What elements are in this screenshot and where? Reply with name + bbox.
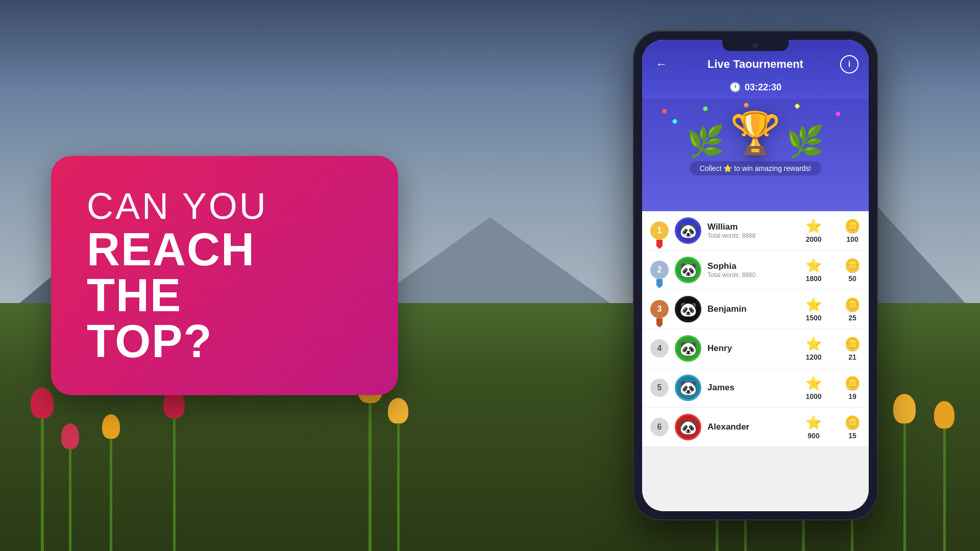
score-stars-1: ⭐ 2000	[805, 218, 822, 243]
score-stars-2: ⭐ 1800	[805, 258, 822, 283]
leaderboard-row-4: 4 🐼 Henry ⭐ 1200 🪙 21	[642, 329, 869, 368]
score-stars-6: ⭐ 900	[805, 415, 822, 440]
player-info-6: Alexander	[707, 422, 799, 432]
star-value-5: 1000	[805, 392, 821, 400]
avatar-4: 🐼	[675, 335, 701, 362]
coins-value-1: 100	[846, 235, 858, 243]
rank-badge-3: 3	[650, 300, 669, 318]
star-icon-3: ⭐	[805, 297, 822, 313]
rank-number-4: 4	[657, 344, 662, 353]
trophy-container: 🌿 🏆 🌿	[687, 109, 824, 157]
score-stars-3: ⭐ 1500	[805, 297, 822, 322]
phone-mockup: ← Live Taournement i 🕐 03:22:30	[633, 31, 878, 520]
leaderboard-row-3: 3 🐼 Benjamin ⭐ 1500 🪙 25	[642, 290, 869, 329]
rank-badge-5: 5	[650, 379, 669, 397]
back-button[interactable]: ←	[652, 55, 671, 73]
clock-icon: 🕐	[729, 82, 741, 93]
player-name-6: Alexander	[707, 422, 799, 432]
leaderboard: 1 🐼 William Total words: 8888 ⭐ 2000 🪙	[642, 211, 869, 511]
rank-number-2: 2	[657, 265, 662, 274]
confetti	[794, 103, 800, 109]
collect-text: Collect ⭐ to win amazing rewards!	[700, 164, 812, 172]
star-value-4: 1200	[805, 353, 821, 361]
header-nav: ← Live Taournement i	[652, 55, 859, 73]
promo-line1: CAN YOU	[87, 186, 362, 227]
rank-number-1: 1	[657, 226, 662, 235]
leaderboard-row-2: 2 🐼 Sophia Total words: 8880 ⭐ 1800 🪙	[642, 251, 869, 290]
rank-badge-2: 2	[650, 261, 669, 279]
player-words-2: Total words: 8880	[707, 271, 799, 279]
player-info-3: Benjamin	[707, 304, 799, 314]
rank-badge-1: 1	[650, 221, 669, 240]
confetti	[744, 103, 749, 108]
promo-line2: REACH THE	[87, 227, 362, 319]
player-name-1: William	[707, 222, 799, 232]
score-stars-4: ⭐ 1200	[805, 336, 822, 361]
star-icon-4: ⭐	[805, 336, 822, 352]
player-info-1: William Total words: 8888	[707, 222, 799, 239]
score-stars-5: ⭐ 1000	[805, 375, 822, 400]
coins-value-4: 21	[848, 353, 856, 361]
leaderboard-row-5: 5 🐼 James ⭐ 1000 🪙 19	[642, 368, 869, 408]
player-info-2: Sophia Total words: 8880	[707, 261, 799, 279]
avatar-2: 🐼	[675, 257, 701, 283]
rank-number-6: 6	[657, 422, 662, 432]
leaderboard-row-1: 1 🐼 William Total words: 8888 ⭐ 2000 🪙	[642, 211, 869, 251]
star-value-6: 900	[807, 432, 819, 440]
laurel-left-icon: 🌿	[687, 127, 725, 157]
phone-notch	[722, 40, 789, 51]
coins-icon-5: 🪙	[844, 375, 861, 391]
coins-icon-6: 🪙	[844, 415, 861, 431]
confetti	[662, 109, 668, 114]
phone-screen: ← Live Taournement i 🕐 03:22:30	[642, 40, 869, 511]
coins-value-3: 25	[848, 314, 856, 322]
star-value-3: 1500	[805, 314, 821, 322]
coins-5: 🪙 19	[844, 375, 861, 400]
coins-1: 🪙 100	[844, 218, 861, 243]
player-words-1: Total words: 8888	[707, 232, 799, 239]
star-value-1: 2000	[805, 235, 821, 243]
promo-banner: CAN YOU REACH THE TOP?	[51, 156, 398, 395]
star-icon-5: ⭐	[805, 375, 822, 391]
player-name-4: Henry	[707, 343, 799, 354]
star-icon-2: ⭐	[805, 258, 822, 273]
camera-dot	[753, 43, 758, 48]
confetti	[836, 111, 841, 116]
coins-value-5: 19	[848, 392, 856, 400]
player-name-2: Sophia	[707, 261, 799, 271]
collect-banner: Collect ⭐ to win amazing rewards!	[690, 161, 822, 176]
coins-value-6: 15	[848, 432, 856, 440]
star-icon-6: ⭐	[805, 415, 822, 431]
timer-bar: 🕐 03:22:30	[652, 78, 859, 99]
coins-value-2: 50	[848, 274, 856, 283]
rank-number-5: 5	[657, 383, 662, 392]
star-value-2: 1800	[805, 274, 821, 283]
laurel-right-icon: 🌿	[786, 127, 824, 157]
leaderboard-row-6: 6 🐼 Alexander ⭐ 900 🪙 15	[642, 408, 869, 447]
rank-number-3: 3	[657, 305, 662, 314]
confetti	[672, 118, 677, 124]
coins-icon-4: 🪙	[844, 336, 861, 352]
coins-icon-1: 🪙	[844, 218, 861, 234]
rank-badge-6: 6	[650, 418, 669, 436]
coins-2: 🪙 50	[844, 258, 861, 283]
coins-6: 🪙 15	[844, 415, 861, 440]
info-button[interactable]: i	[840, 55, 859, 73]
player-info-5: James	[707, 383, 799, 393]
promo-line3: TOP?	[87, 319, 362, 365]
coins-icon-3: 🪙	[844, 297, 861, 313]
rank-badge-4: 4	[650, 339, 669, 358]
coins-4: 🪙 21	[844, 336, 861, 361]
avatar-1: 🐼	[675, 217, 701, 244]
coins-icon-2: 🪙	[844, 258, 861, 273]
player-info-4: Henry	[707, 343, 799, 354]
trophy-main: 🏆	[730, 109, 781, 157]
coins-3: 🪙 25	[844, 297, 861, 322]
star-icon-1: ⭐	[805, 218, 822, 234]
player-name-5: James	[707, 383, 799, 393]
avatar-6: 🐼	[675, 414, 701, 440]
avatar-3: 🐼	[675, 296, 701, 322]
avatar-5: 🐼	[675, 374, 701, 401]
player-name-3: Benjamin	[707, 304, 799, 314]
phone-body: ← Live Taournement i 🕐 03:22:30	[633, 31, 878, 520]
